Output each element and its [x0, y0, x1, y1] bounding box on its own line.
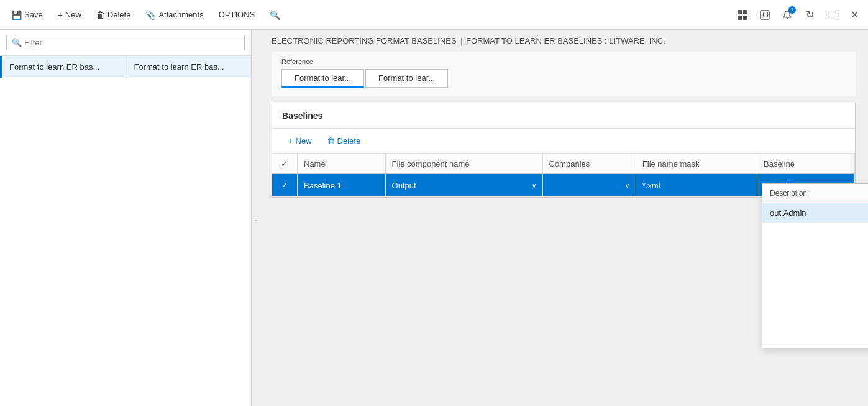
row-file-mask-cell[interactable]: *.xml — [636, 174, 757, 197]
attachments-icon: 📎 — [145, 10, 156, 20]
col-baseline[interactable]: Baseline — [757, 154, 855, 174]
toolbar: 💾 Save + New 🗑 Delete 📎 Attachments OPTI… — [0, 0, 868, 30]
new-button[interactable]: + New — [52, 6, 88, 24]
svg-rect-2 — [738, 16, 742, 20]
maximize-icon[interactable] — [823, 6, 841, 24]
breadcrumb-separator: | — [460, 36, 462, 45]
list-area: Format to learn ER bas... Format to lear… — [0, 56, 251, 406]
content-area: Reference Format to lear... Format to le… — [259, 52, 868, 406]
svg-text:O: O — [762, 10, 769, 19]
file-component-value: Output — [392, 181, 416, 190]
toolbar-right: O 1 ↻ ✕ — [734, 6, 863, 24]
row-companies-cell[interactable]: ∨ — [542, 174, 636, 197]
dropdown-popup-row[interactable]: out.Admin out.Admin.xml — [762, 203, 868, 223]
close-icon[interactable]: ✕ — [846, 6, 863, 24]
baselines-new-plus-icon: + — [288, 136, 293, 145]
reference-tabs: Format to lear... Format to lear... — [281, 69, 846, 88]
filter-input[interactable] — [24, 38, 239, 47]
options-button[interactable]: OPTIONS — [212, 6, 262, 23]
svg-rect-3 — [743, 16, 747, 20]
list-cell-col1: Format to learn ER bas... — [2, 56, 127, 78]
col-check: ✓ — [272, 154, 298, 174]
row-check-cell: ✓ — [272, 174, 298, 197]
table-header-row: ✓ Name File component name Companies Fil… — [272, 154, 855, 174]
right-panel: ELECTRONIC REPORTING FORMAT BASELINES | … — [259, 30, 868, 406]
reference-tab-1[interactable]: Format to lear... — [281, 69, 364, 88]
baselines-delete-button[interactable]: 🗑 Delete — [321, 134, 367, 148]
drag-handle[interactable]: ⋮ — [252, 30, 259, 406]
filter-bar: 🔍 — [0, 30, 251, 56]
attachments-button[interactable]: 📎 Attachments — [139, 6, 209, 24]
list-item[interactable]: Format to learn ER bas... Format to lear… — [0, 56, 251, 78]
breadcrumb: ELECTRONIC REPORTING FORMAT BASELINES | … — [259, 30, 868, 52]
companies-arrow-icon: ∨ — [625, 182, 629, 189]
refresh-icon[interactable]: ↻ — [801, 6, 818, 24]
col-file-mask[interactable]: File name mask — [636, 154, 757, 174]
col-name[interactable]: Name — [298, 154, 386, 174]
popup-cell-description: out.Admin — [762, 203, 868, 223]
breadcrumb-part2: FORMAT TO LEARN ER BASELINES : LITWARE, … — [466, 36, 665, 45]
main-layout: 🔍 Format to learn ER bas... Format to le… — [0, 30, 868, 406]
baselines-new-label: New — [296, 136, 312, 145]
search-icon: 🔍 — [270, 10, 280, 20]
dropdown-popup-empty-area — [762, 223, 868, 348]
attachments-label: Attachments — [158, 10, 203, 19]
list-cell-col2: Format to learn ER bas... — [127, 56, 252, 78]
save-label: Save — [24, 10, 43, 19]
svg-rect-0 — [738, 10, 742, 14]
row-name-cell[interactable]: Baseline 1 — [298, 174, 386, 197]
breadcrumb-part1: ELECTRONIC REPORTING FORMAT BASELINES — [272, 36, 457, 45]
notification-badge: 1 — [788, 6, 796, 14]
options-label: OPTIONS — [219, 10, 255, 19]
office-icon[interactable]: O — [756, 6, 774, 24]
filter-search-icon: 🔍 — [12, 38, 22, 47]
delete-icon: 🗑 — [96, 10, 105, 20]
delete-button[interactable]: 🗑 Delete — [90, 6, 137, 24]
popup-col-description: Description — [762, 184, 868, 203]
svg-rect-6 — [828, 11, 836, 19]
file-component-arrow-icon: ∨ — [532, 182, 536, 189]
new-label: New — [65, 10, 81, 19]
reference-section: Reference Format to lear... Format to le… — [272, 52, 856, 96]
baselines-card: Baselines + New 🗑 Delete — [272, 103, 856, 198]
delete-label: Delete — [107, 10, 131, 19]
row-check-icon: ✓ — [278, 179, 291, 191]
reference-tab-2[interactable]: Format to lear... — [365, 69, 448, 88]
baselines-toolbar: + New 🗑 Delete — [272, 129, 855, 154]
baseline-dropdown-popup: Description File name out.Admin out.Admi… — [762, 183, 868, 348]
svg-rect-1 — [743, 10, 747, 14]
baselines-header: Baselines — [272, 103, 855, 129]
row-file-component-cell[interactable]: Output ∨ — [385, 174, 542, 197]
filter-input-wrap[interactable]: 🔍 — [6, 35, 245, 50]
baselines-new-button[interactable]: + New — [282, 134, 318, 148]
reference-label: Reference — [281, 58, 846, 65]
save-icon: 💾 — [11, 10, 22, 20]
baselines-delete-icon: 🗑 — [327, 136, 335, 145]
left-panel: 🔍 Format to learn ER bas... Format to le… — [0, 30, 252, 406]
grid-icon[interactable] — [734, 6, 751, 24]
notification-icon[interactable]: 1 — [779, 6, 796, 24]
companies-dropdown[interactable]: ∨ — [549, 182, 629, 189]
check-header-icon: ✓ — [281, 159, 288, 168]
save-button[interactable]: 💾 Save — [5, 6, 49, 24]
table-wrap: ✓ Name File component name Companies Fil… — [272, 154, 855, 197]
file-component-dropdown[interactable]: Output ∨ — [392, 181, 536, 190]
baselines-delete-label: Delete — [337, 136, 361, 145]
plus-icon: + — [58, 10, 63, 20]
dropdown-popup-header: Description File name — [762, 184, 868, 203]
col-companies[interactable]: Companies — [542, 154, 636, 174]
col-file-component[interactable]: File component name — [385, 154, 542, 174]
search-button[interactable]: 🔍 — [263, 6, 286, 24]
